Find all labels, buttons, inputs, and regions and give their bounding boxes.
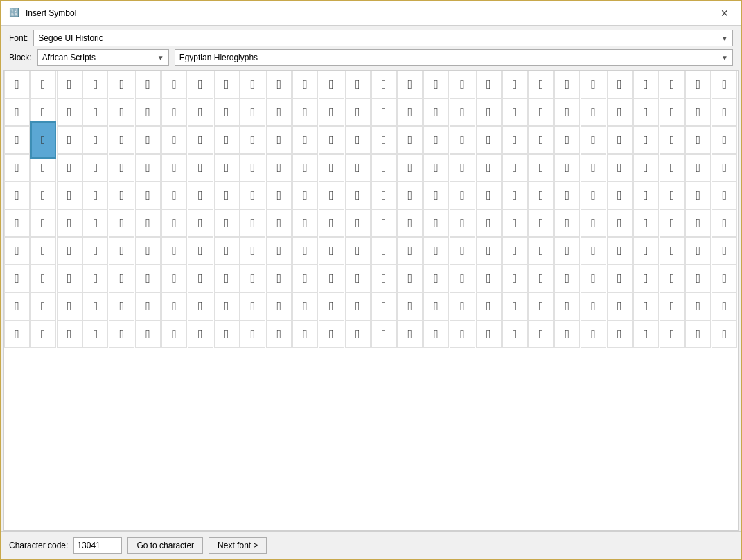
symbol-cell[interactable]: 𓁩: [554, 154, 580, 182]
symbol-cell[interactable]: 𓂑: [135, 209, 161, 237]
symbol-cell[interactable]: 𓀲: [581, 98, 606, 126]
symbol-cell[interactable]: 𓂌: [4, 209, 30, 237]
symbol-cell[interactable]: 𓀺: [57, 126, 82, 154]
symbol-cell[interactable]: 𓄍: [450, 320, 475, 348]
symbol-cell[interactable]: 𓂇: [607, 182, 633, 209]
symbol-cell[interactable]: 𓀌: [319, 71, 344, 98]
symbol-cell[interactable]: 𓃺: [685, 292, 711, 320]
symbol-cell[interactable]: 𓀪: [371, 98, 397, 126]
symbol-cell[interactable]: 𓁽: [345, 182, 371, 209]
symbol-cell[interactable]: 𓃡: [30, 292, 56, 320]
symbol-cell[interactable]: 𓀰: [528, 98, 554, 126]
symbol-cell[interactable]: 𓂜: [423, 209, 449, 237]
symbol-cell[interactable]: 𓄊: [371, 320, 397, 348]
symbol-cell[interactable]: 𓄋: [397, 320, 423, 348]
symbol-cell[interactable]: 𓁅: [345, 126, 371, 154]
symbol-cell[interactable]: 𓀁: [30, 71, 56, 98]
symbol-cell[interactable]: 𓄓: [607, 320, 633, 348]
symbol-cell[interactable]: 𓁃: [292, 126, 318, 154]
symbol-cell[interactable]: 𓃪: [266, 292, 292, 320]
symbol-cell[interactable]: 𓁝: [240, 154, 265, 182]
symbol-cell[interactable]: 𓁮: [685, 154, 711, 182]
symbol-cell[interactable]: 𓃮: [371, 292, 397, 320]
symbol-cell[interactable]: 𓃆: [57, 265, 82, 292]
symbol-cell[interactable]: 𓃔: [423, 265, 449, 292]
symbol-cell[interactable]: 𓀧: [292, 98, 318, 126]
symbol-cell[interactable]: 𓀑: [450, 71, 475, 98]
symbol-cell[interactable]: 𓄑: [554, 320, 580, 348]
symbol-cell[interactable]: 𓂦: [685, 209, 711, 237]
symbol-cell[interactable]: 𓃠: [4, 292, 30, 320]
symbol-cell[interactable]: 𓁗: [82, 154, 108, 182]
symbol-cell[interactable]: 𓂔: [214, 209, 240, 237]
symbol-cell[interactable]: 𓂨: [4, 237, 30, 265]
symbol-cell[interactable]: 𓁹: [240, 182, 265, 209]
symbol-cell[interactable]: 𓃉: [135, 265, 161, 292]
symbol-cell[interactable]: 𓁄: [319, 126, 344, 154]
symbol-cell[interactable]: 𓃬: [319, 292, 344, 320]
symbol-cell[interactable]: 𓁬: [633, 154, 659, 182]
symbol-cell[interactable]: 𓀃: [82, 71, 108, 98]
symbol-cell[interactable]: 𓀅: [135, 71, 161, 98]
symbol-cell[interactable]: 𓃢: [57, 292, 82, 320]
symbol-cell[interactable]: 𓂘: [319, 209, 344, 237]
symbol-cell[interactable]: 𓃌: [214, 265, 240, 292]
symbol-cell[interactable]: 𓀖: [581, 71, 606, 98]
symbol-cell[interactable]: 𓂞: [476, 209, 502, 237]
symbol-cell[interactable]: 𓀾: [161, 126, 187, 154]
symbol-cell[interactable]: 𓀶: [685, 98, 711, 126]
symbol-cell[interactable]: 𓀠: [109, 98, 134, 126]
symbol-cell[interactable]: 𓀹: [30, 121, 56, 159]
symbol-cell[interactable]: 𓁷: [188, 182, 213, 209]
symbol-cell[interactable]: 𓁁: [240, 126, 265, 154]
symbol-cell[interactable]: 𓄅: [240, 320, 265, 348]
symbol-cell[interactable]: 𓃶: [581, 292, 606, 320]
symbol-cell[interactable]: 𓃸: [633, 292, 659, 320]
symbol-cell[interactable]: 𓁔: [4, 154, 30, 182]
symbol-cell[interactable]: 𓀬: [423, 98, 449, 126]
symbol-cell[interactable]: 𓃨: [214, 292, 240, 320]
symbol-cell[interactable]: 𓃑: [345, 265, 371, 292]
symbol-cell[interactable]: 𓃓: [397, 265, 423, 292]
symbol-cell[interactable]: 𓃳: [502, 292, 528, 320]
symbol-cell[interactable]: 𓂓: [188, 209, 213, 237]
symbol-cell[interactable]: 𓀇: [188, 71, 213, 98]
symbol-cell[interactable]: 𓃴: [528, 292, 554, 320]
symbol-cell[interactable]: 𓂅: [554, 182, 580, 209]
symbol-cell[interactable]: 𓀯: [502, 98, 528, 126]
symbol-cell[interactable]: 𓂲: [266, 237, 292, 265]
symbol-cell[interactable]: 𓀛: [712, 71, 737, 98]
symbol-cell[interactable]: 𓂬: [109, 237, 134, 265]
symbol-cell[interactable]: 𓁛: [188, 154, 213, 182]
symbol-cell[interactable]: 𓁭: [660, 154, 685, 182]
symbol-cell[interactable]: 𓄒: [581, 320, 606, 348]
symbol-cell[interactable]: 𓃭: [345, 292, 371, 320]
symbol-cell[interactable]: 𓂷: [397, 237, 423, 265]
symbol-cell[interactable]: 𓄎: [476, 320, 502, 348]
symbol-cell[interactable]: 𓂾: [581, 237, 606, 265]
symbol-cell[interactable]: 𓃦: [161, 292, 187, 320]
symbol-cell[interactable]: 𓁢: [371, 154, 397, 182]
symbol-cell[interactable]: 𓀒: [476, 71, 502, 98]
symbol-cell[interactable]: 𓀂: [57, 71, 82, 98]
symbol-cell[interactable]: 𓀘: [633, 71, 659, 98]
symbol-cell[interactable]: 𓁶: [161, 182, 187, 209]
symbol-cell[interactable]: 𓂭: [135, 237, 161, 265]
symbol-cell[interactable]: 𓀏: [397, 71, 423, 98]
symbol-cell[interactable]: 𓂰: [214, 237, 240, 265]
symbol-cell[interactable]: 𓀫: [397, 98, 423, 126]
block-combo-right[interactable]: Egyptian Hieroglyphs ▼: [175, 49, 733, 66]
symbol-cell[interactable]: 𓀔: [528, 71, 554, 98]
symbol-cell[interactable]: 𓃥: [135, 292, 161, 320]
symbol-cell[interactable]: 𓂫: [82, 237, 108, 265]
symbol-cell[interactable]: 𓁋: [502, 126, 528, 154]
symbol-cell[interactable]: 𓀍: [345, 71, 371, 98]
symbol-cell[interactable]: 𓀽: [135, 126, 161, 154]
symbol-cell[interactable]: 𓃝: [660, 265, 685, 292]
symbol-cell[interactable]: 𓀈: [214, 71, 240, 98]
symbol-cell[interactable]: 𓄇: [292, 320, 318, 348]
symbol-cell[interactable]: 𓂖: [266, 209, 292, 237]
symbol-cell[interactable]: 𓂳: [292, 237, 318, 265]
symbol-cell[interactable]: 𓀀: [4, 71, 30, 98]
symbol-cell[interactable]: 𓃗: [502, 265, 528, 292]
